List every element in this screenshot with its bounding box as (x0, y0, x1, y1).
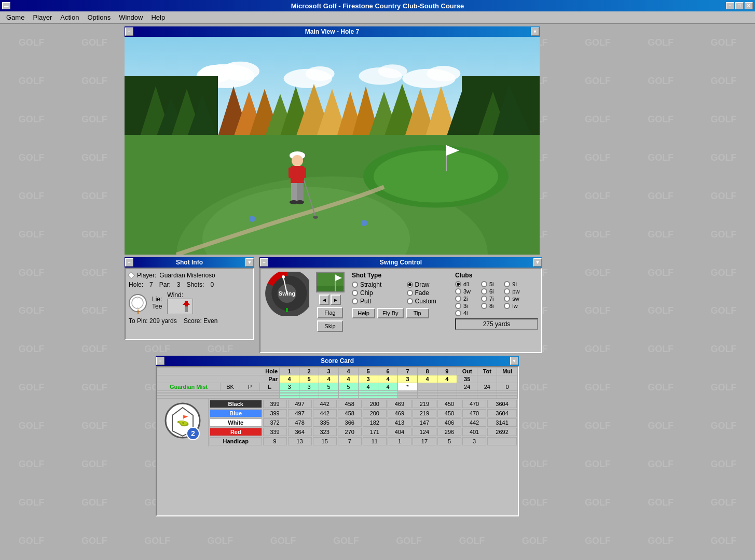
nav-arrows: ◄ ► (319, 295, 341, 305)
label-3w: 3w (463, 288, 471, 295)
menu-window[interactable]: Window (115, 12, 147, 22)
label-9i: 9i (512, 281, 517, 287)
radio-pw[interactable] (504, 288, 510, 295)
radio-6i[interactable] (481, 288, 487, 295)
red-tee-row: Red 339364323270171404124296401 2692 (210, 428, 517, 436)
label-7i: 7i (489, 296, 494, 302)
blue-out: 3604 (487, 409, 517, 417)
club-6i-row: 6i (481, 288, 502, 295)
score-table: Hole 1 2 3 4 5 6 7 8 9 Out Tot Mul Par (157, 367, 518, 399)
radio-sw[interactable] (504, 296, 510, 302)
swing-control-dropdown-btn[interactable]: ▼ (533, 258, 542, 267)
radio-putt[interactable] (352, 298, 358, 304)
menu-options[interactable]: Options (83, 12, 115, 22)
black-h4: 458 (338, 400, 362, 408)
club-5i-row: 5i (481, 281, 502, 287)
shot-info-minimize-btn[interactable]: − (125, 258, 133, 267)
radio-fade[interactable] (407, 290, 413, 296)
white-tee-label: White (210, 418, 262, 427)
main-view-title-bar: − Main View - Hole 7 ▼ (125, 26, 540, 37)
red-h3: 323 (313, 428, 337, 436)
minimize-btn[interactable]: − (726, 2, 734, 9)
app-title: Microsoft Golf - Firestone Country Club-… (291, 2, 464, 10)
radio-custom[interactable] (407, 298, 413, 304)
score-h3: 5 (319, 383, 339, 391)
menu-player[interactable]: Player (29, 12, 56, 22)
bk-cell: BK (221, 383, 240, 391)
menu-game[interactable]: Game (2, 12, 29, 22)
swing-control-minimize-btn[interactable]: − (260, 258, 268, 267)
lie-wind-row: Lie: Tee Wind: (129, 291, 250, 314)
shot-draw-row: Draw (407, 281, 451, 288)
shot-info-dropdown-btn[interactable]: ▼ (245, 258, 254, 267)
maximize-btn[interactable]: □ (735, 2, 744, 9)
score-card-dropdown-btn[interactable]: ▼ (510, 357, 518, 365)
par-out: 35 (457, 375, 477, 383)
score-h4: 5 (339, 383, 359, 391)
black-h6: 469 (388, 400, 411, 408)
flag-button[interactable]: Flag (317, 307, 343, 318)
radio-9i[interactable] (504, 281, 510, 287)
white-h7: 147 (413, 418, 436, 427)
tot-header: Tot (477, 368, 497, 375)
fly-by-button[interactable]: Fly By (377, 308, 404, 318)
radio-straight[interactable] (352, 282, 358, 288)
nav-left-btn[interactable]: ◄ (319, 295, 330, 305)
handicap-row: Handicap 9131571111753 (210, 437, 517, 445)
label-lw: lw (512, 303, 517, 309)
action-buttons: Help Fly By Tip (352, 308, 451, 318)
par-h5: 3 (359, 375, 378, 383)
hcp-h4: 7 (338, 437, 362, 445)
score-card-content: Hole 1 2 3 4 5 6 7 8 9 Out Tot Mul Par (156, 366, 519, 516)
help-button[interactable]: Help (352, 308, 375, 318)
main-view-title: Main View - Hole 7 (134, 28, 530, 35)
club-7i-row: 7i (481, 296, 502, 302)
main-view-minimize-btn[interactable]: − (125, 27, 133, 36)
radio-d1[interactable] (455, 281, 461, 287)
h5-header: 5 (359, 368, 378, 375)
shot-types-grid: Straight Draw Chip Fade (352, 281, 451, 305)
h6-header: 6 (378, 368, 397, 375)
lie-section: Lie: Tee (152, 296, 162, 310)
radio-chip[interactable] (352, 290, 358, 296)
score-text: Score: Even (184, 317, 217, 325)
label-5i: 5i (489, 281, 494, 287)
label-chip: Chip (360, 289, 373, 297)
skip-button[interactable]: Skip (317, 320, 343, 332)
white-h9: 442 (462, 418, 486, 427)
radio-5i[interactable] (481, 281, 487, 287)
radio-draw[interactable] (407, 282, 413, 288)
tip-button[interactable]: Tip (406, 308, 429, 318)
menu-help[interactable]: Help (147, 12, 169, 22)
radio-lw[interactable] (504, 303, 510, 309)
blue-h7: 219 (413, 409, 436, 417)
menu-action[interactable]: Action (56, 12, 83, 22)
hole-value: 7 (149, 281, 153, 288)
close-btn[interactable]: ✕ (745, 2, 753, 9)
swing-meter[interactable]: Swing (265, 272, 309, 316)
radio-2i[interactable] (455, 296, 461, 302)
hcp-h8: 5 (437, 437, 461, 445)
club-3w-row: 3w (455, 288, 479, 295)
nav-right-btn[interactable]: ► (331, 295, 341, 305)
golf-scene[interactable] (125, 37, 540, 255)
radio-3w[interactable] (455, 288, 461, 295)
main-view-dropdown-btn[interactable]: ▼ (531, 27, 539, 36)
h2-header: 2 (299, 368, 319, 375)
score-card-minimize-btn[interactable]: − (156, 357, 164, 365)
radio-3i[interactable] (455, 303, 461, 309)
red-h2: 364 (288, 428, 312, 436)
system-menu-btn[interactable]: ▬ (2, 2, 10, 9)
player-row: Player: Guardian Misterioso (129, 272, 250, 279)
blue-tee-label: Blue (210, 409, 262, 417)
red-h4: 270 (338, 428, 362, 436)
par-value: 3 (177, 281, 181, 288)
shot-info-content: Player: Guardian Misterioso Hole: 7 Par:… (125, 268, 254, 340)
club-sw-row: sw (504, 296, 528, 302)
radio-7i[interactable] (481, 296, 487, 302)
radio-8i[interactable] (481, 303, 487, 309)
score-h6: 4 (378, 383, 397, 391)
red-h8: 296 (437, 428, 461, 436)
swing-control-title-bar: − Swing Control ▼ (259, 257, 542, 268)
radio-4i[interactable] (455, 310, 461, 316)
